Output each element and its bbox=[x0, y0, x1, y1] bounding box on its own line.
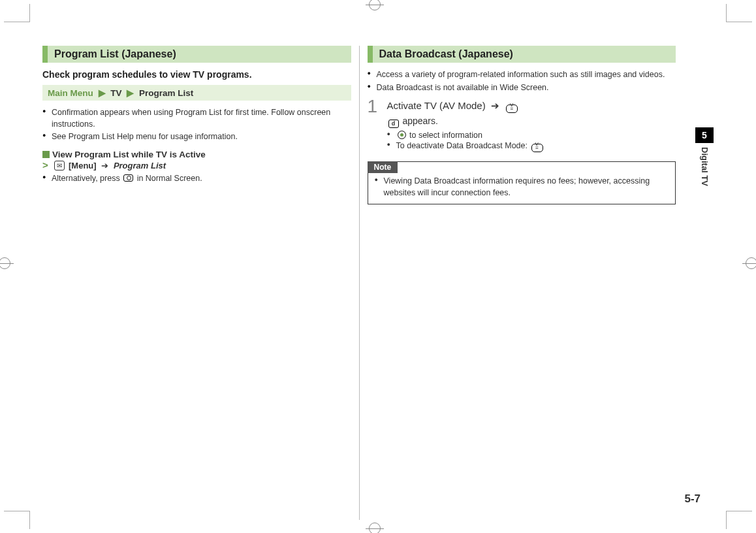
tv-key-icon: ≡ bbox=[531, 144, 543, 152]
mail-key-icon: ✉ bbox=[54, 161, 65, 170]
registration-mark bbox=[369, 0, 381, 10]
data-d-icon: d bbox=[388, 120, 399, 128]
side-tab: 5 Digital TV bbox=[695, 127, 714, 193]
deactivate-text: To deactivate Data Broadcast Mode: bbox=[396, 141, 528, 150]
breadcrumb: Main Menu ▶ TV ▶ Program List bbox=[42, 85, 351, 101]
note-text: Viewing Data Broadcast information requi… bbox=[375, 176, 669, 199]
breadcrumb-level3: Program List bbox=[139, 88, 193, 98]
list-item: To deactivate Data Broadcast Mode: ≡ bbox=[387, 141, 676, 152]
alt-prefix: Alternatively, press bbox=[52, 174, 120, 183]
list-item: Confirmation appears when using Program … bbox=[42, 107, 351, 130]
step-body: Activate TV (AV Mode) ➔ ≡ d appears. to … bbox=[387, 100, 676, 153]
alt-suffix: in Normal Screen. bbox=[137, 174, 202, 183]
path-target: Program List bbox=[114, 161, 166, 170]
bullet-list: Confirmation appears when using Program … bbox=[42, 107, 351, 143]
page-number: 5-7 bbox=[684, 493, 701, 506]
breadcrumb-arrow-icon: ▶ bbox=[127, 88, 134, 98]
section-subhead: Check program schedules to view TV progr… bbox=[42, 69, 351, 80]
list-item: See Program List Help menu for usage inf… bbox=[42, 131, 351, 143]
crop-mark bbox=[4, 4, 30, 22]
step-number: 1 bbox=[368, 97, 387, 116]
bullet-list: Access a variety of program-related info… bbox=[368, 69, 676, 93]
note-body: Viewing Data Broadcast information requi… bbox=[368, 173, 676, 204]
chapter-number: 5 bbox=[695, 127, 714, 143]
select-info-text: to select information bbox=[409, 131, 482, 140]
page-content: Program List (Japanese) Check program sc… bbox=[42, 46, 714, 520]
section-heading-data-broadcast: Data Broadcast (Japanese) bbox=[368, 46, 676, 63]
arrow-right-icon: ➔ bbox=[491, 100, 499, 111]
right-column: Data Broadcast (Japanese) Access a varie… bbox=[359, 46, 714, 520]
bullet-list: Alternatively, press in Normal Screen. bbox=[42, 173, 351, 185]
crop-mark bbox=[726, 4, 752, 22]
note-label: Note bbox=[368, 161, 398, 173]
section-heading-program-list: Program List (Japanese) bbox=[42, 46, 351, 63]
crop-mark bbox=[726, 511, 752, 529]
registration-mark bbox=[369, 523, 381, 533]
subsection: View Program List while TV is Active > ✉… bbox=[42, 150, 351, 185]
sub-bullet-list: to select information To deactivate Data… bbox=[387, 131, 676, 152]
left-column: Program List (Japanese) Check program sc… bbox=[42, 46, 359, 520]
appears-text: appears. bbox=[402, 116, 437, 126]
chevron-icon: > bbox=[42, 159, 48, 170]
note-box: Note Viewing Data Broadcast information … bbox=[368, 161, 676, 204]
list-item: to select information bbox=[387, 131, 676, 140]
step-appears: d appears. bbox=[387, 116, 676, 128]
step-text: Activate TV (AV Mode) bbox=[387, 100, 486, 111]
breadcrumb-level2: TV bbox=[110, 88, 121, 98]
square-bullet-icon bbox=[42, 151, 50, 158]
list-item: Data Broadcast is not available in Wide … bbox=[368, 82, 676, 94]
camera-key-icon bbox=[123, 174, 133, 182]
nav-key-icon bbox=[398, 131, 406, 139]
step-main-line: Activate TV (AV Mode) ➔ ≡ bbox=[387, 100, 676, 113]
step-1: 1 Activate TV (AV Mode) ➔ ≡ d appears. t… bbox=[368, 100, 676, 153]
list-item: Access a variety of program-related info… bbox=[368, 69, 676, 81]
breadcrumb-main: Main Menu bbox=[48, 88, 93, 98]
breadcrumb-arrow-icon: ▶ bbox=[99, 88, 106, 98]
subsection-title: View Program List while TV is Active bbox=[42, 150, 351, 159]
registration-mark bbox=[0, 257, 10, 269]
subsection-path: > ✉ [Menu] ➔ Program List bbox=[42, 159, 351, 170]
arrow-right-icon: ➔ bbox=[101, 161, 108, 170]
registration-mark bbox=[746, 257, 756, 269]
subsection-title-text: View Program List while TV is Active bbox=[52, 150, 206, 159]
tv-key-icon: ≡ bbox=[506, 105, 518, 113]
chapter-label: Digital TV bbox=[700, 147, 710, 186]
crop-mark bbox=[4, 511, 30, 529]
list-item: Alternatively, press in Normal Screen. bbox=[42, 173, 351, 185]
menu-label: [Menu] bbox=[69, 161, 97, 170]
